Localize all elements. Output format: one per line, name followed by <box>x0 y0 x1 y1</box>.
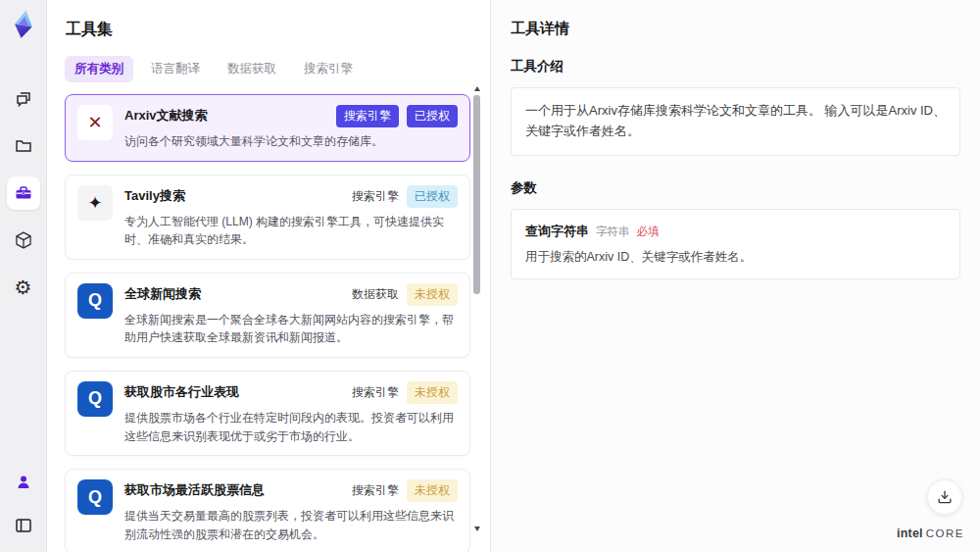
category-tag: 搜索引擎 <box>352 381 399 404</box>
category-tab[interactable]: 搜索引擎 <box>294 56 363 82</box>
sidebar-nav: ⚙ <box>7 82 40 304</box>
q-icon: Q <box>77 479 113 515</box>
sidebar-bottom <box>7 466 40 542</box>
auth-badge: 已授权 <box>407 105 458 127</box>
category-tag: 搜索引擎 <box>336 105 399 127</box>
tool-name: Arxiv文献搜索 <box>124 105 208 125</box>
auth-badge: 未授权 <box>407 381 458 404</box>
scrollbar[interactable] <box>472 86 482 537</box>
tool-description: 访问各个研究领域大量科学论文和文章的存储库。 <box>124 132 458 151</box>
param-name: 查询字符串 <box>525 223 589 240</box>
tool-detail-panel: 工具详情 工具介绍 一个用于从Arxiv存储库搜索科学论文和文章的工具。 输入可… <box>490 0 980 552</box>
category-tag: 搜索引擎 <box>352 185 399 208</box>
param-description: 用于搜索的Arxiv ID、关键字或作者姓名。 <box>525 249 946 266</box>
tool-card[interactable]: ✕ Arxiv文献搜索 搜索引擎 已授权 访问各个研究领域大量科学论文和文章的存… <box>65 94 470 162</box>
app-logo-icon <box>7 8 40 41</box>
tool-description: 全球新闻搜索是一个聚合全球各大新闻网站内容的搜索引擎，帮助用户快速获取全球最新资… <box>124 311 458 347</box>
category-tab[interactable]: 数据获取 <box>218 56 286 82</box>
auth-badge: 未授权 <box>407 479 458 502</box>
q-icon: Q <box>77 381 113 417</box>
tool-list: ✕ Arxiv文献搜索 搜索引擎 已授权 访问各个研究领域大量科学论文和文章的存… <box>65 94 470 552</box>
params-heading: 参数 <box>511 179 960 197</box>
cube-icon[interactable] <box>7 224 40 257</box>
toolbox-icon[interactable] <box>7 176 40 210</box>
arxiv-icon: ✕ <box>77 105 113 140</box>
tool-name: Tavily搜索 <box>124 185 185 205</box>
tool-card[interactable]: Q 获取股市各行业表现 搜索引擎 未授权 提供股票市场各个行业在特定时间段内的表… <box>65 371 470 456</box>
intro-card: 一个用于从Arxiv存储库搜索科学论文和文章的工具。 输入可以是Arxiv ID… <box>511 87 960 156</box>
tool-name: 全球新闻搜索 <box>124 283 201 303</box>
tavily-icon: ✦ <box>77 185 113 221</box>
tool-card[interactable]: ✦ Tavily搜索 搜索引擎 已授权 专为人工智能代理 (LLM) 构建的搜索… <box>65 175 470 260</box>
q-icon: Q <box>77 283 113 319</box>
tool-description: 提供股票市场各个行业在特定时间段内的表现。投资者可以利用这些信息来识别表现优于或… <box>124 409 458 445</box>
tool-description: 专为人工智能代理 (LLM) 构建的搜索引擎工具，可快速提供实时、准确和真实的结… <box>124 213 458 249</box>
tool-name: 获取市场最活跃股票信息 <box>124 479 265 499</box>
scroll-down-arrow[interactable] <box>474 527 480 531</box>
download-button[interactable] <box>927 479 962 515</box>
download-icon <box>936 488 954 506</box>
category-tab[interactable]: 所有类别 <box>65 56 133 82</box>
detail-title: 工具详情 <box>511 20 960 38</box>
scroll-up-arrow[interactable] <box>474 86 480 91</box>
auth-badge: 已授权 <box>407 185 458 208</box>
user-avatar-icon[interactable] <box>7 466 40 499</box>
category-tag: 数据获取 <box>352 283 399 306</box>
param-type: 字符串 <box>596 225 630 239</box>
tool-list-panel: 工具集 所有类别 语言翻译 数据获取 搜索引擎 ✕ Arxiv文献搜索 搜索引擎… <box>47 0 490 552</box>
tool-card[interactable]: Q 获取市场最活跃股票信息 搜索引擎 未授权 提供当天交易量最高的股票列表，投资… <box>65 469 470 552</box>
intro-heading: 工具介绍 <box>511 58 960 75</box>
settings-icon[interactable]: ⚙ <box>7 271 40 304</box>
tool-description: 提供当天交易量最高的股票列表，投资者可以利用这些信息来识别流动性强的股票和潜在的… <box>124 507 458 543</box>
panel-toggle-icon[interactable] <box>7 509 40 542</box>
tool-card[interactable]: Q 全球新闻搜索 数据获取 未授权 全球新闻搜索是一个聚合全球各大新闻网站内容的… <box>65 273 470 358</box>
sidebar: ⚙ <box>0 0 47 552</box>
auth-badge: 未授权 <box>407 283 458 306</box>
category-tab[interactable]: 语言翻译 <box>141 56 210 82</box>
intel-core-logo: intel CORE <box>897 527 964 540</box>
folder-icon[interactable] <box>7 129 40 163</box>
chat-icon[interactable] <box>7 82 40 116</box>
intro-text: 一个用于从Arxiv存储库搜索科学论文和文章的工具。 输入可以是Arxiv ID… <box>525 101 946 142</box>
param-required-badge: 必填 <box>637 225 660 239</box>
tool-name: 获取股市各行业表现 <box>124 381 239 401</box>
category-tag: 搜索引擎 <box>352 479 399 502</box>
scrollbar-thumb[interactable] <box>473 95 480 294</box>
page-title: 工具集 <box>66 20 472 40</box>
param-card: 查询字符串 字符串 必填 用于搜索的Arxiv ID、关键字或作者姓名。 <box>511 209 960 279</box>
category-tabs: 所有类别 语言翻译 数据获取 搜索引擎 <box>65 56 472 82</box>
